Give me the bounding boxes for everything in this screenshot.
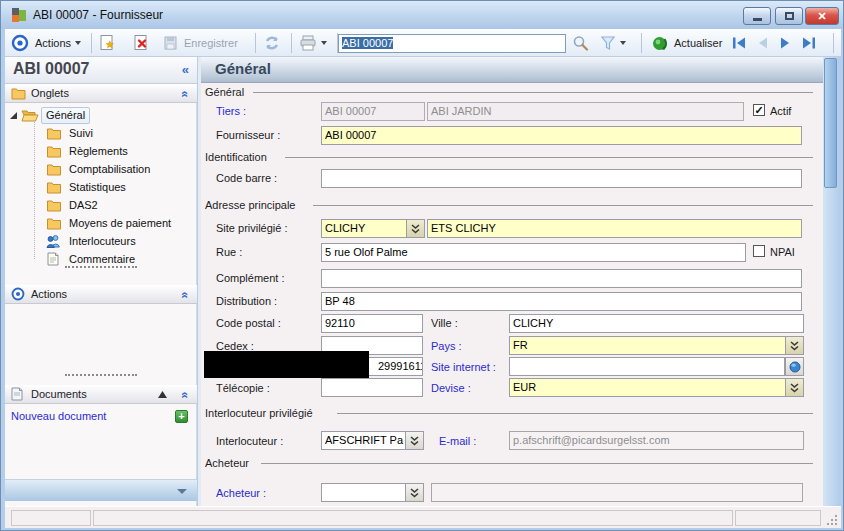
new-document-link[interactable]: Nouveau document (11, 410, 106, 422)
first-record-icon-button[interactable] (731, 33, 748, 53)
collapse-section-icon[interactable]: « (179, 91, 193, 98)
distribution-field[interactable]: BP 48 (321, 292, 802, 311)
double-chevron-down-icon (410, 436, 419, 446)
devise-label[interactable]: Devise : (431, 382, 471, 394)
npai-checkbox[interactable] (753, 245, 765, 257)
group-legend-general: Général (205, 86, 248, 98)
actif-checkbox[interactable] (753, 104, 765, 116)
minimize-button[interactable] (743, 7, 771, 25)
site-privilegie-dropdown-button[interactable] (406, 219, 425, 238)
ville-field[interactable]: CLICHY (509, 314, 804, 333)
add-document-button[interactable]: + (175, 410, 188, 423)
tree-item-label: Suivi (69, 127, 93, 139)
interlocuteur-combo[interactable]: AFSCHRIFT Pa (321, 431, 406, 450)
tree-item-general[interactable]: Général (5, 107, 197, 125)
actions-section-header[interactable]: Actions « (5, 285, 197, 304)
group-legend-interlocuteur: Interlocuteur privilégié (205, 407, 317, 419)
group-legend-adresse: Adresse principale (205, 199, 300, 211)
close-icon: ✕ (817, 10, 826, 23)
complement-field[interactable] (321, 269, 802, 288)
collapse-section-icon[interactable]: « (179, 392, 193, 399)
documents-section-header[interactable]: Documents « (5, 385, 197, 404)
tree-item-statistiques[interactable]: Statistiques (5, 179, 197, 197)
maximize-icon (785, 12, 794, 20)
code-barre-label: Code barre : (216, 172, 277, 184)
open-website-button[interactable] (785, 357, 804, 376)
code-postal-field[interactable]: 92110 (321, 314, 423, 333)
site-privilegie-combo[interactable]: CLICHY (321, 219, 407, 238)
group-line (261, 463, 813, 464)
documents-title: Documents (31, 388, 87, 400)
panel-splitter[interactable] (65, 266, 137, 268)
delete-record-icon-button[interactable] (133, 33, 150, 53)
tree-item-moyens-de-paiement[interactable]: Moyens de paiement (5, 215, 197, 233)
filter-button[interactable] (600, 33, 626, 53)
distribution-label: Distribution : (216, 295, 277, 307)
fournisseur-field[interactable]: ABI 00007 (321, 126, 802, 145)
email-label[interactable]: E-mail : (439, 435, 476, 447)
site-internet-field[interactable] (509, 357, 785, 376)
vertical-scrollbar[interactable] (823, 57, 838, 506)
target-icon (11, 287, 25, 301)
site-privilegie-name-field[interactable]: ETS CLICHY (427, 219, 802, 238)
code-barre-field[interactable] (321, 169, 802, 188)
telecopie-field[interactable] (321, 378, 423, 397)
double-chevron-down-icon (411, 224, 420, 234)
acheteur-dropdown-button[interactable] (405, 483, 424, 502)
refresh-list-button[interactable]: Actualiser (651, 33, 722, 53)
toolbar-separator (91, 33, 92, 53)
sort-up-icon[interactable] (158, 391, 167, 398)
maximize-button[interactable] (775, 7, 803, 25)
toolbar-separator (291, 33, 292, 53)
onglets-section-header[interactable]: Onglets « (5, 84, 197, 103)
print-button[interactable] (299, 33, 327, 53)
tiers-label[interactable]: Tiers : (216, 105, 246, 117)
last-record-icon-button[interactable] (800, 33, 817, 53)
previous-record-icon-button[interactable] (754, 33, 771, 53)
resize-grip[interactable] (825, 513, 837, 525)
site-internet-label[interactable]: Site internet : (431, 361, 496, 373)
document-icon (11, 387, 23, 401)
interlocuteur-dropdown-button[interactable] (405, 431, 424, 450)
chevron-down-icon (620, 41, 626, 45)
pays-label[interactable]: Pays : (431, 340, 462, 352)
acheteur-label[interactable]: Acheteur : (216, 487, 266, 499)
pays-combo[interactable]: FR (509, 336, 804, 355)
tree-item-label: DAS2 (69, 199, 98, 211)
status-panel-3 (735, 510, 821, 526)
actions-menu-button[interactable]: Actions (35, 33, 81, 53)
group-line (313, 205, 813, 206)
titlebar: ABI 00007 - Fournisseur ✕ (1, 1, 844, 29)
rue-field[interactable]: 5 rue Olof Palme (321, 243, 746, 262)
collapse-section-icon[interactable]: « (179, 292, 193, 299)
page-title: Général (215, 60, 271, 77)
status-bar (5, 506, 841, 528)
pays-dropdown-button[interactable] (785, 336, 804, 355)
tree-item-suivi[interactable]: Suivi (5, 125, 197, 143)
telecopie-label: Télécopie : (216, 382, 270, 394)
toolbar-separator (641, 33, 642, 53)
tree-item-label: Général (41, 107, 90, 124)
tree-expander-icon[interactable] (10, 112, 17, 119)
save-button[interactable]: Enregistrer (163, 33, 238, 53)
devise-dropdown-button[interactable] (785, 378, 804, 397)
acheteur-combo[interactable] (321, 483, 406, 502)
next-record-icon-button[interactable] (777, 33, 794, 53)
tree-item-interlocuteurs[interactable]: Interlocuteurs (5, 233, 197, 251)
record-search-input[interactable]: ABI 00007 (338, 34, 566, 53)
npai-label: NPAI (770, 246, 795, 258)
new-record-icon-button[interactable] (99, 33, 116, 53)
devise-combo[interactable]: EUR (509, 378, 804, 397)
more-panels-icon[interactable] (177, 489, 187, 494)
scrollbar-thumb[interactable] (824, 58, 837, 188)
collapse-sidebar-icon[interactable]: « (182, 62, 189, 77)
panel-splitter[interactable] (65, 374, 137, 376)
search-icon-button[interactable] (572, 33, 589, 53)
refresh-icon-button[interactable] (263, 33, 281, 53)
tree-item-das2[interactable]: DAS2 (5, 197, 197, 215)
tree-item-reglements[interactable]: Règlements (5, 143, 197, 161)
app-icon (11, 7, 27, 23)
page-title-bar: Général (201, 57, 823, 83)
close-button[interactable]: ✕ (805, 7, 839, 25)
tree-item-comptabilisation[interactable]: Comptabilisation (5, 161, 197, 179)
